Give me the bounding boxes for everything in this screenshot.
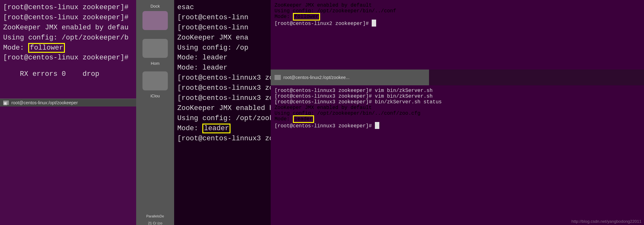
rb-line-5: Using config: /opt/zookeeper/bin/../conf…	[275, 111, 640, 116]
terminal-icon-left: ▣	[3, 100, 9, 105]
rb-line-1: [root@centos-linnux3 zookeeper]# vim bin…	[275, 88, 640, 94]
terminal-left: [root@centos-linux zookeeper]# [root@cen…	[0, 0, 136, 225]
rt-line-3: Mode: follower	[275, 14, 640, 20]
rb-line-6: Mode: leader	[275, 116, 640, 122]
mid-line-1: [root@centos-linn	[177, 13, 269, 23]
follower-highlight-left: follower	[28, 43, 65, 53]
titlebar-left[interactable]: ▣ root@centos-linux:/opt/zookeeper	[0, 99, 136, 106]
dock-label-iclou: iClou	[150, 94, 160, 98]
mid-line-esac: esac	[177, 3, 269, 13]
rt-line-1: ZooKeeper JMX enabled by default	[275, 3, 640, 8]
rt-line-4: [root@centos-linux2 zookeeper]#	[275, 20, 640, 27]
dock-label-hom: Hom	[151, 61, 159, 66]
mid-line-11: Using config: /opt/zookeeper/bin/../conf…	[177, 113, 269, 124]
dock-icon-1[interactable]	[142, 11, 168, 30]
dock-label-21cr: 21 Cr (co	[148, 221, 162, 225]
terminal-middle: esac [root@centos-linn [root@centos-linn…	[174, 0, 272, 225]
mid-line-8: [root@centos-linnux3 zookeeper]# vim bin…	[177, 83, 269, 93]
left-line-1: [root@centos-linux zookeeper]#	[3, 3, 133, 13]
mid-line-4: Using config: /op	[177, 43, 269, 53]
mid-line-9: [root@centos-linnux3 zookeeper]# bin/zkS…	[177, 93, 269, 103]
mid-line-2: [root@centos-linn	[177, 23, 269, 33]
watermark: http://blog.csdn.net/yangbodong22011	[571, 219, 641, 224]
titlebar-left-label: root@centos-linux:/opt/zookeeper	[11, 100, 78, 105]
left-line-4: Using config: /opt/zookeeper/b	[3, 33, 133, 43]
mid-line-10: ZooKeeper JMX enabled by default	[177, 103, 269, 113]
mid-line-3: ZooKeeper JMX ena	[177, 33, 269, 43]
terminal-right-bottom: [root@centos-linnux3 zookeeper]# vim bin…	[271, 85, 644, 225]
mid-line-13: [root@centos-linnux3 zookeeper]#	[177, 134, 269, 144]
mid-line-5: Mode: leader	[177, 53, 269, 63]
rb-line-7: [root@centos-linnux3 zookeeper]#	[275, 122, 640, 129]
terminal-right-top: ZooKeeper JMX enabled by default Using c…	[271, 0, 644, 70]
mid-line-7: [root@centos-linnux3 zookeeper]# vim bin…	[177, 73, 269, 83]
rb-line-2: [root@centos-linnux3 zookeeper]# vim bin…	[275, 94, 640, 99]
left-line-5: Mode: follower	[3, 43, 133, 53]
mid-line-12: Mode: leader	[177, 124, 269, 134]
dock-icon-2[interactable]	[142, 39, 168, 58]
sidebar-dock: Dock Hom iClou ParallelsDe 21 Cr (co	[136, 0, 174, 225]
left-line-6: [root@centos-linux zookeeper]#	[3, 53, 133, 63]
titlebar-right-label: root@centos-linux2:/opt/zookee...	[283, 75, 350, 80]
mid-line-6: Mode: leader	[177, 63, 269, 73]
left-line-7: RX errors 0 drop	[3, 69, 133, 79]
rb-line-4: ZooKeeper JMX enabled by default	[275, 105, 640, 111]
left-line-3: ZooKeeper JMX enabled by defau	[3, 23, 133, 33]
left-line-2: [root@centos-linux zookeeper]#	[3, 13, 133, 23]
dock-label: Dock	[150, 4, 160, 9]
rb-line-3: [root@centos-linnux3 zookeeper]# bin/zkS…	[275, 99, 640, 105]
leader-highlight-mid: leader	[202, 124, 230, 133]
terminal-icon-right2	[275, 75, 281, 80]
dock-icon-3[interactable]	[142, 71, 168, 90]
rt-line-2: Using config: /opt/zookeeper/bin/../conf	[275, 8, 640, 14]
dock-label-parallels: ParallelsDe	[146, 214, 164, 218]
titlebar-right[interactable]: root@centos-linux2:/opt/zookee...	[271, 70, 429, 85]
